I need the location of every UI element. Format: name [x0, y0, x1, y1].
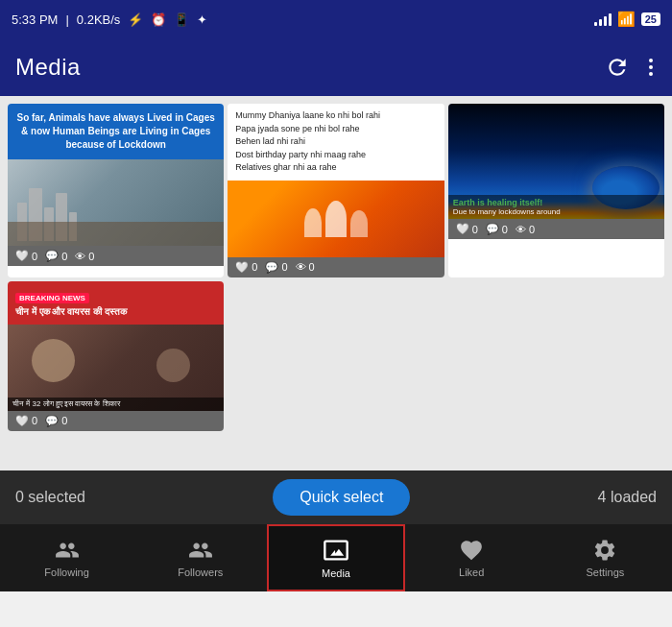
card3-likes: 🤍 0: [456, 223, 478, 235]
quick-select-button[interactable]: Quick select: [273, 479, 410, 516]
nav-media[interactable]: Media: [267, 524, 404, 591]
card3-comments: 💬 0: [486, 223, 508, 235]
settings-label: Settings: [587, 567, 625, 578]
heart-icon: 🤍: [456, 223, 469, 235]
card3-overlay-text: Earth is healing itself! Due to many loc…: [448, 195, 664, 219]
app-title: Media: [15, 54, 81, 81]
view-icon: 👁: [516, 224, 526, 235]
signal-icon: [594, 12, 612, 26]
card4-headline: चीन में एक और वायरस की दस्तक: [15, 305, 216, 319]
heart-icon: 🤍: [15, 415, 29, 427]
settings-icon: [592, 538, 617, 563]
card4-image: चीन में 32 लोग हुए इस वायरस के शिकार: [8, 325, 224, 411]
card2-image: [228, 181, 444, 257]
more-options-button[interactable]: [645, 55, 657, 80]
card1-image: [8, 159, 224, 246]
bottom-selection-bar: 0 selected Quick select 4 loaded: [0, 470, 672, 524]
time-display: 5:33 PM: [12, 12, 58, 27]
card4-footer: 🤍 0 💬 0: [8, 411, 224, 431]
media-card-2[interactable]: Mummy Dhaniya laane ko nhi bol rahi Papa…: [228, 104, 444, 277]
speed-display: 0.2KB/s: [77, 12, 121, 27]
card2-text: Mummy Dhaniya laane ko nhi bol rahi Papa…: [228, 104, 444, 181]
card4-comments: 💬 0: [45, 415, 67, 427]
media-label: Media: [322, 567, 350, 579]
breaking-news-tag: BREAKING NEWS: [15, 293, 89, 303]
view-icon: 👁: [75, 251, 85, 262]
card1-views: 👁 0: [75, 251, 94, 262]
following-icon: [55, 538, 80, 563]
healing-title: Earth is healing itself!: [453, 198, 660, 207]
card3-image: Earth is healing itself! Due to many loc…: [448, 104, 664, 219]
separator: |: [65, 12, 68, 27]
app-bar: Media: [0, 38, 672, 96]
media-card-4[interactable]: BREAKING NEWS चीन में एक और वायरस की दस्…: [8, 281, 224, 431]
extra-icon: ✦: [197, 12, 207, 27]
card3-views: 👁 0: [516, 224, 535, 235]
status-left: 5:33 PM | 0.2KB/s ⚡ ⏰ 📱 ✦: [12, 12, 207, 27]
loaded-count: 4 loaded: [598, 489, 657, 506]
card4-caption: चीन में 32 लोग हुए इस वायरस के शिकार: [8, 398, 224, 411]
heart-icon: 🤍: [235, 261, 249, 274]
liked-icon: [459, 538, 484, 563]
following-label: Following: [44, 567, 88, 578]
media-grid: So far, Animals have always Lived in Cag…: [0, 96, 672, 470]
card4-header: BREAKING NEWS चीन में एक और वायरस की दस्…: [8, 281, 224, 325]
whatsapp-icon: 📱: [174, 12, 189, 27]
selected-count: 0 selected: [15, 489, 85, 506]
app-bar-actions: [605, 55, 657, 80]
comment-icon: 💬: [45, 415, 59, 427]
status-bar: 5:33 PM | 0.2KB/s ⚡ ⏰ 📱 ✦ 📶 25: [0, 0, 672, 38]
card4-likes: 🤍 0: [15, 415, 37, 427]
view-icon: 👁: [296, 261, 306, 273]
nav-followers[interactable]: Followers: [133, 524, 267, 591]
healing-subtitle: Due to many lockdowns around: [453, 207, 660, 216]
followers-icon: [188, 538, 213, 563]
network-icon: ⚡: [128, 12, 143, 27]
card2-views: 👁 0: [296, 261, 315, 273]
nav-settings[interactable]: Settings: [539, 524, 672, 591]
card2-likes: 🤍 0: [235, 261, 257, 274]
people-silhouette: [304, 201, 368, 237]
refresh-button[interactable]: [605, 55, 630, 80]
comment-icon: 💬: [45, 250, 59, 262]
alarm-icon: ⏰: [151, 12, 166, 27]
card1-comments: 💬 0: [45, 250, 67, 262]
media-icon: [323, 537, 349, 564]
card2-comments: 💬 0: [265, 261, 287, 274]
media-card-3[interactable]: Earth is healing itself! Due to many loc…: [448, 104, 664, 277]
card1-footer: 🤍 0 💬 0 👁 0: [8, 246, 224, 266]
card2-footer: 🤍 0 💬 0 👁 0: [228, 257, 444, 277]
status-right: 📶 25: [594, 11, 660, 28]
liked-label: Liked: [459, 567, 484, 578]
media-card-1[interactable]: So far, Animals have always Lived in Cag…: [8, 104, 224, 277]
followers-label: Followers: [178, 567, 223, 578]
card1-header-text: So far, Animals have always Lived in Cag…: [8, 104, 224, 159]
battery-icon: 25: [641, 12, 660, 26]
nav-liked[interactable]: Liked: [405, 524, 539, 591]
heart-icon: 🤍: [15, 250, 29, 262]
wifi-icon: 📶: [617, 11, 636, 28]
comment-icon: 💬: [486, 223, 499, 235]
nav-following[interactable]: Following: [0, 524, 133, 591]
comment-icon: 💬: [265, 261, 278, 274]
card1-likes: 🤍 0: [15, 250, 37, 262]
bottom-nav: Following Followers Media Liked Settings: [0, 524, 672, 591]
card3-footer: 🤍 0 💬 0 👁 0: [448, 219, 664, 239]
